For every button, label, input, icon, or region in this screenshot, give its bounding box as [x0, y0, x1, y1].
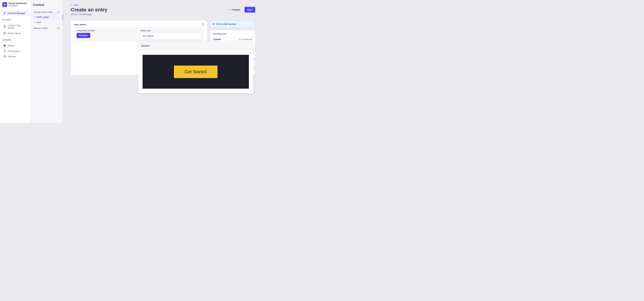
search-button[interactable]: [56, 3, 61, 7]
svg-rect-2: [4, 26, 6, 28]
close-button[interactable]: [246, 43, 250, 48]
publish-label: Publish: [232, 8, 240, 11]
gear-icon: [3, 55, 6, 58]
bullet-icon: [34, 17, 35, 17]
main-sidebar: Strapi Dashboard Workplace Content Manag…: [0, 0, 31, 123]
type-item-user[interactable]: User: [33, 19, 61, 25]
main-button-label: main_button: [74, 23, 204, 26]
nav-media-library-label: Media Library: [8, 32, 21, 34]
close-icon: [247, 45, 249, 47]
single-types-label: SINGLE TYPES: [34, 27, 48, 29]
svg-line-11: [59, 5, 59, 5]
editing-prefix: Editing: [216, 23, 223, 25]
brand-title: Strapi Dashboard: [9, 2, 27, 4]
trash-icon: [202, 23, 204, 25]
nav-content-type-builder-label: Content-Type Builder: [8, 24, 27, 29]
page-title: Create an entry: [71, 7, 107, 12]
nav-marketplace-label: Marketplace: [8, 50, 20, 52]
component-box: component_preview Preview button_text: [74, 27, 204, 41]
modal-title: Preview: [141, 44, 150, 47]
type-item-label: User: [36, 21, 41, 23]
preview-pane: Get Started: [142, 55, 249, 89]
single-types-header[interactable]: SINGLE TYPES 0: [33, 26, 61, 30]
brand-logo-icon: [2, 2, 7, 7]
back-link[interactable]: Back: [71, 4, 79, 6]
preview-rendered-button: Get Started: [174, 65, 218, 78]
svg-point-6: [4, 33, 4, 33]
layout-icon: [3, 25, 6, 28]
puzzle-icon: [3, 44, 6, 47]
pen-icon: [3, 12, 6, 14]
collection-types-label: COLLECTION TYPES: [34, 11, 53, 13]
nav-settings[interactable]: Settings: [1, 54, 29, 59]
nav-general-heading: GENERAL: [0, 37, 31, 41]
cart-icon: [3, 50, 6, 52]
save-button[interactable]: Save: [244, 7, 255, 12]
main-content: Back Create an entry API ID : home-page …: [63, 0, 263, 123]
single-types-count: 0: [57, 27, 60, 29]
back-label: Back: [74, 4, 79, 6]
editing-bold: draft version: [223, 23, 236, 25]
preview-modal: Preview Get Started: [138, 41, 253, 93]
preview-button[interactable]: Preview: [77, 33, 90, 38]
nav-plugins[interactable]: Plugins: [1, 43, 29, 48]
page-subtitle: API ID : home-page: [71, 13, 107, 15]
nav-content-manager-label: Content Manager: [8, 12, 26, 14]
nav-media-library[interactable]: Media Library: [1, 30, 29, 36]
editing-banner: Editing draft version: [210, 20, 255, 28]
created-key: Created: [213, 38, 221, 40]
svg-point-9: [4, 56, 5, 57]
type-item-label: home_page: [36, 16, 49, 18]
nav-plugins-label: Plugins: [8, 44, 15, 47]
publish-button[interactable]: Publish: [226, 7, 243, 12]
svg-rect-1: [4, 4, 6, 5]
component-preview-label: component_preview: [77, 29, 137, 32]
preview-label: Preview: [79, 34, 88, 37]
image-icon: [3, 32, 6, 34]
created-val: in 16 seconds: [239, 38, 252, 40]
button-text-label: button_text: [140, 29, 201, 32]
collection-types-header[interactable]: COLLECTION TYPES 2: [33, 10, 61, 14]
svg-point-8: [6, 52, 6, 52]
nav-content-manager[interactable]: Content Manager: [1, 10, 29, 16]
brand-subtitle: Workplace: [9, 4, 27, 7]
search-icon: [58, 4, 60, 6]
arrow-left-icon: [71, 4, 73, 6]
nav-plugins-heading: PLUGINS: [0, 17, 31, 21]
nav-content-type-builder[interactable]: Content-Type Builder: [1, 23, 29, 30]
type-item-home-page[interactable]: home_page: [33, 14, 63, 19]
delete-button[interactable]: [202, 23, 204, 26]
status-dot-icon: [213, 23, 214, 25]
brand: Strapi Dashboard Workplace: [0, 0, 31, 9]
save-label: Save: [247, 8, 252, 11]
collection-types-count: 2: [57, 11, 60, 13]
content-sidebar: Content COLLECTION TYPES 2 home_page Use…: [31, 0, 63, 123]
information-title: INFORMATION: [213, 33, 252, 35]
button-text-input[interactable]: [140, 33, 201, 39]
content-sidebar-title: Content: [33, 3, 44, 7]
nav-marketplace[interactable]: Marketplace: [1, 48, 29, 54]
svg-point-10: [58, 4, 59, 5]
bullet-icon: [34, 22, 35, 23]
check-icon: [230, 9, 232, 11]
nav-settings-label: Settings: [8, 55, 16, 58]
